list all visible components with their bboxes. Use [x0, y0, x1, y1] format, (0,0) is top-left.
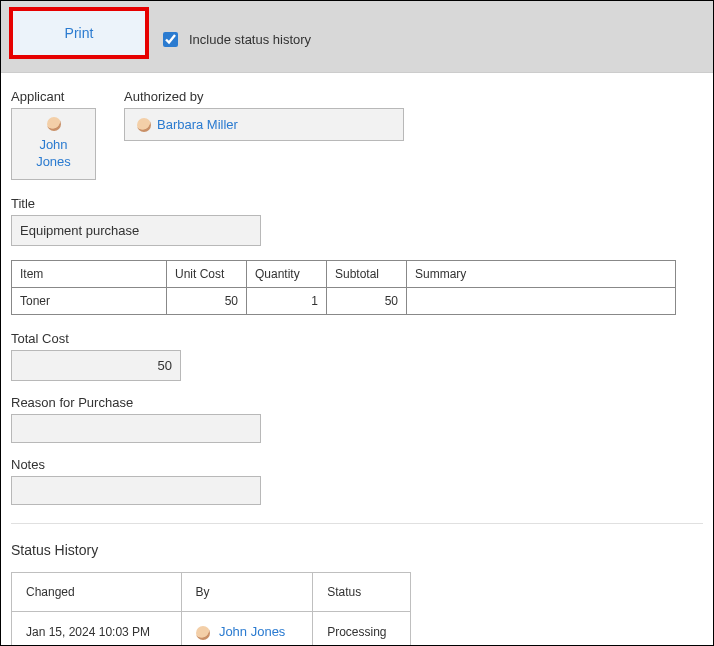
cell-by: John Jones [181, 611, 313, 646]
toolbar: Print Include status history [1, 1, 713, 73]
total-cost-label: Total Cost [11, 331, 703, 346]
authorized-by-link[interactable]: Barbara Miller [157, 117, 238, 132]
cell-subtotal: 50 [327, 287, 407, 314]
history-user-link[interactable]: John Jones [219, 624, 286, 639]
col-item: Item [12, 260, 167, 287]
applicant-value[interactable]: John Jones [11, 108, 96, 180]
col-quantity: Quantity [247, 260, 327, 287]
notes-label: Notes [11, 457, 703, 472]
title-label: Title [11, 196, 703, 211]
include-history-option[interactable]: Include status history [159, 29, 311, 50]
authorized-by-field: Authorized by Barbara Miller [124, 89, 404, 180]
title-field: Title Equipment purchase [11, 196, 703, 246]
authorized-by-value[interactable]: Barbara Miller [124, 108, 404, 141]
col-summary: Summary [407, 260, 676, 287]
authorized-by-label: Authorized by [124, 89, 404, 104]
table-row: Jan 15, 2024 10:03 PM John Jones Process… [12, 611, 411, 646]
col-status: Status [313, 572, 411, 611]
cell-item: Toner [12, 287, 167, 314]
cell-status: Processing [313, 611, 411, 646]
col-subtotal: Subtotal [327, 260, 407, 287]
total-cost-field: Total Cost 50 [11, 331, 703, 381]
print-button-highlight: Print [9, 7, 149, 59]
col-changed: Changed [12, 572, 182, 611]
notes-field: Notes [11, 457, 703, 505]
applicant-label: Applicant [11, 89, 96, 104]
avatar-icon [47, 117, 61, 131]
cell-unit-cost: 50 [167, 287, 247, 314]
status-history-table: Changed By Status Jan 15, 2024 10:03 PM … [11, 572, 411, 646]
divider [11, 523, 703, 524]
print-button[interactable]: Print [59, 24, 100, 42]
applicant-field: Applicant John Jones [11, 89, 96, 180]
reason-field: Reason for Purchase [11, 395, 703, 443]
col-unit-cost: Unit Cost [167, 260, 247, 287]
notes-input[interactable] [11, 476, 261, 505]
table-row: Toner 50 1 50 [12, 287, 676, 314]
cell-quantity: 1 [247, 287, 327, 314]
cell-changed: Jan 15, 2024 10:03 PM [12, 611, 182, 646]
reason-input[interactable] [11, 414, 261, 443]
reason-label: Reason for Purchase [11, 395, 703, 410]
col-by: By [181, 572, 313, 611]
include-history-label: Include status history [189, 32, 311, 47]
cell-summary [407, 287, 676, 314]
include-history-checkbox[interactable] [163, 32, 178, 47]
avatar-icon [196, 626, 210, 640]
total-cost-value: 50 [11, 350, 181, 381]
title-input[interactable]: Equipment purchase [11, 215, 261, 246]
applicant-link[interactable]: John Jones [24, 137, 83, 171]
avatar-icon [137, 118, 151, 132]
items-table: Item Unit Cost Quantity Subtotal Summary… [11, 260, 676, 315]
status-history-title: Status History [11, 542, 703, 558]
